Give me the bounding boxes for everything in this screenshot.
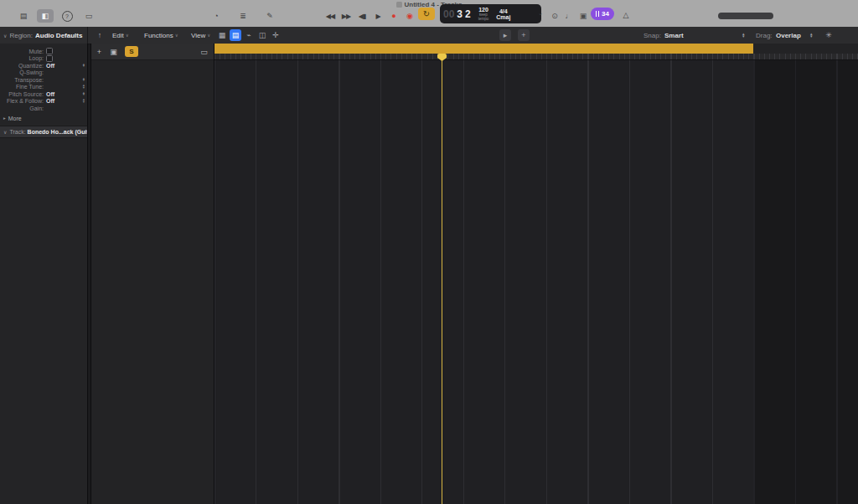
region-param-label: Fine Tune:: [0, 84, 44, 90]
region-lanes: [214, 60, 858, 504]
nav-icon[interactable]: ↑: [94, 29, 106, 41]
lcd-chevron-icon[interactable]: ⌄: [538, 10, 543, 17]
track-list-toolbar: + ▣ S ▭: [91, 44, 214, 60]
master-volume-slider[interactable]: [718, 13, 773, 19]
drag-label: Drag:: [756, 29, 773, 41]
lcd-options-icon[interactable]: ▣: [575, 9, 592, 23]
region-param[interactable]: Flex & Follow:Off▴▾: [0, 98, 87, 105]
quick-help-icon[interactable]: ?: [59, 9, 75, 23]
pencil-icon[interactable]: ✎: [261, 9, 278, 23]
automation-icon[interactable]: ◫: [256, 29, 268, 41]
more-disclosure[interactable]: ▸More: [0, 114, 87, 123]
snap-stepper[interactable]: ▴▾: [739, 29, 745, 41]
capture-recording-button[interactable]: ◉: [401, 9, 418, 23]
media-browser-icon[interactable]: ▤: [15, 9, 32, 23]
view-menu[interactable]: View∨: [191, 29, 210, 41]
gear-icon[interactable]: ✳: [823, 29, 835, 41]
region-param-value: Off: [46, 91, 83, 97]
chevron-down-icon: ∨: [3, 33, 7, 39]
region-param[interactable]: Quantize:Off▴▾: [0, 62, 87, 69]
region-param-value: Off: [46, 63, 83, 69]
purple-badge[interactable]: 34: [591, 8, 614, 20]
arrange-area: [214, 44, 858, 504]
region-param-label: Pitch Source:: [0, 91, 44, 97]
record-button[interactable]: ●: [385, 9, 402, 23]
region-inspector-header[interactable]: ∨ Region: Audio Defaults: [0, 27, 88, 44]
beat-ruler[interactable]: [214, 54, 858, 60]
track-options-icon[interactable]: ▭: [199, 46, 209, 57]
region-param-value: Off: [46, 98, 83, 104]
stepper-icon[interactable]: ▴▾: [83, 99, 85, 103]
lcd-key-signature[interactable]: 4/4 Cmaj: [496, 8, 510, 20]
add-track-button[interactable]: +: [94, 46, 105, 57]
stepper-icon[interactable]: ▴▾: [83, 64, 85, 68]
drag-select[interactable]: Overlap: [776, 29, 801, 41]
out-of-cycle-shade: [753, 60, 858, 504]
stepper-icon[interactable]: ▴▾: [83, 92, 85, 96]
smart-controls-icon[interactable]: ▭: [80, 9, 97, 23]
lcd-dim-digits: 00: [443, 8, 454, 20]
lcd-bar-value: 3: [457, 8, 463, 20]
feedback-icon[interactable]: △: [618, 8, 634, 22]
playhead-line: [442, 54, 442, 504]
region-param[interactable]: Mute:: [0, 48, 87, 55]
tool-menu-icon[interactable]: ✛: [270, 29, 282, 41]
drag-stepper[interactable]: ▴▾: [807, 29, 813, 41]
play-button[interactable]: ▶: [370, 9, 386, 23]
stepper-icon[interactable]: ▴▾: [83, 78, 85, 82]
region-param-label: Flex & Follow:: [0, 98, 44, 104]
region-param-checkbox[interactable]: [46, 55, 53, 62]
region-param-label: Mute:: [0, 49, 44, 54]
proxy-icon: [396, 2, 402, 8]
duplicate-track-button[interactable]: ▣: [108, 46, 119, 57]
inspector-panel: Mute:Loop:Quantize:Off▴▾Q-Swing:Transpos…: [0, 44, 88, 504]
waveform-view-icon[interactable]: ▤: [230, 29, 241, 41]
chevron-down-icon: ∨: [3, 129, 7, 135]
stop-button[interactable]: ◀▮: [354, 9, 370, 23]
cycle-button[interactable]: ↻: [418, 8, 435, 20]
region-param[interactable]: Fine Tune:▴▾: [0, 84, 87, 91]
stepper-icon[interactable]: ▴▾: [83, 85, 85, 89]
forward-button[interactable]: ▶▶: [338, 9, 354, 23]
region-param[interactable]: Loop:: [0, 55, 87, 63]
region-param-checkbox[interactable]: [46, 48, 53, 54]
grid-view-icon[interactable]: ▦: [216, 29, 228, 41]
mixer-icon[interactable]: ≣: [235, 9, 251, 23]
snap-label: Snap:: [644, 29, 661, 41]
purple-badge-icon: [596, 11, 600, 17]
region-param-label: Quantize:: [0, 63, 44, 69]
region-param[interactable]: Transpose:▴▾: [0, 76, 87, 84]
region-param[interactable]: Pitch Source:Off▴▾: [0, 90, 87, 98]
snap-select[interactable]: Smart: [664, 29, 684, 41]
inspector-icon[interactable]: ◧: [37, 9, 54, 23]
flex-icon[interactable]: ⌁: [243, 29, 255, 41]
region-param[interactable]: Q-Swing:: [0, 69, 87, 77]
functions-menu[interactable]: Functions∨: [144, 29, 178, 41]
pointer-tool-button[interactable]: ▸: [499, 29, 511, 41]
region-param-label: Gain:: [0, 105, 44, 111]
track-inspector-header[interactable]: ∨ Track: Bonedo Ho...ack (Guitar): [0, 126, 87, 138]
track-solo-mode-button[interactable]: S: [125, 46, 138, 57]
bar-ruler[interactable]: [214, 44, 858, 54]
rewind-button[interactable]: ◀◀: [322, 9, 339, 23]
region-param-label: Transpose:: [0, 77, 44, 83]
region-param[interactable]: Gain:: [0, 105, 87, 112]
lcd-beat-value: 2: [465, 8, 471, 20]
edit-menu[interactable]: Edit∨: [112, 29, 129, 41]
cycle-range[interactable]: [214, 44, 753, 54]
track-header-panel: + ▣ S ▭: [90, 44, 214, 504]
tracks-area-toolbar: ∨ Region: Audio Defaults ↑ Edit∨ Functio…: [0, 27, 858, 44]
add-tool-button[interactable]: +: [518, 29, 530, 41]
lcd-tempo[interactable]: 120 keep tempo: [478, 7, 489, 22]
region-param-label: Loop:: [0, 55, 44, 61]
lcd-display[interactable]: 00 3 2 120 keep tempo 4/4 Cmaj: [440, 4, 541, 23]
titlebar: Untitled 4 - Tracks ▤◧?▭ ◔≣✎ ◀◀▶▶◀▮▶●◉ ↻…: [0, 0, 858, 27]
controls-knob-icon[interactable]: ◔: [208, 9, 225, 23]
region-param-label: Q-Swing:: [0, 69, 44, 75]
